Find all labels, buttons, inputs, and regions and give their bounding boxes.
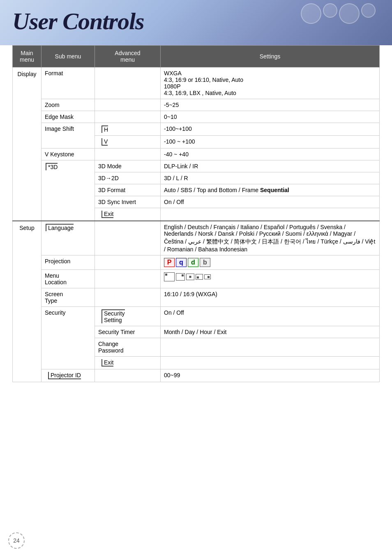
- projection-icons-group: P q d b: [164, 258, 376, 267]
- table-header-row: Mainmenu Sub menu Advancedmenu Settings: [13, 46, 380, 67]
- decorative-circles: [301, 3, 376, 24]
- adv-screen-type: [95, 288, 161, 307]
- proj-icon-b: b: [200, 258, 210, 267]
- ml-dot: [208, 276, 210, 278]
- settings-image-shift-h: -100~+100: [161, 123, 380, 136]
- table-row: V Keystone -40 ~ +40: [13, 149, 380, 160]
- adv-projector-id: [95, 369, 161, 382]
- adv-edge-mask: [95, 111, 161, 123]
- deco-circle-4: [361, 3, 376, 18]
- table-row: Image Shift H -100~+100: [13, 123, 380, 136]
- sub-format: Format: [42, 67, 95, 99]
- settings-3d-sync-invert: On / Off: [161, 196, 380, 208]
- deco-circle-2: [323, 3, 337, 18]
- sub-menu-location: MenuLocation: [42, 270, 95, 288]
- table-row: Security SecuritySetting On / Off: [13, 307, 380, 326]
- sub-projector-id: Projector ID: [42, 369, 95, 382]
- adv-3d-2d: 3D→2D: [95, 172, 161, 184]
- adv-menu-location: [95, 270, 161, 288]
- ml-dot: [165, 274, 167, 276]
- sub-language: Language: [42, 221, 95, 255]
- adv-security-exit: Exit: [95, 357, 161, 369]
- ml-dot: [182, 274, 184, 276]
- adv-3d-format: 3D Format: [95, 184, 161, 196]
- sub-screen-type: ScreenType: [42, 288, 95, 307]
- main-menu-display: Display: [13, 67, 42, 221]
- ml-icon-topright: [176, 273, 185, 281]
- settings-menu-location: [161, 270, 380, 288]
- ml-icon-bottomleft: [196, 274, 203, 280]
- page-number: 24: [8, 532, 25, 549]
- sub-image-shift: Image Shift: [42, 123, 95, 149]
- settings-change-password: [161, 338, 380, 357]
- sub-zoom: Zoom: [42, 99, 95, 111]
- adv-image-shift-v: V: [95, 136, 161, 149]
- sub-v-keystone: V Keystone: [42, 149, 95, 160]
- settings-v-keystone: -40 ~ +40: [161, 149, 380, 160]
- adv-3d-mode: 3D Mode: [95, 160, 161, 172]
- settings-3d-format: Auto / SBS / Top and Bottom / Frame Sequ…: [161, 184, 380, 196]
- adv-change-password: ChangePassword: [95, 338, 161, 357]
- adv-3d-exit: Exit: [95, 208, 161, 221]
- ml-icon-topleft: [164, 272, 175, 281]
- table-row: Projection P q d b: [13, 255, 380, 270]
- ml-dot: [197, 276, 199, 278]
- ml-icon-center: [186, 274, 194, 280]
- adv-language: [95, 221, 161, 255]
- adv-security-timer: Security Timer: [95, 326, 161, 338]
- table-row: ScreenType 16:10 / 16:9 (WXGA): [13, 288, 380, 307]
- table-row: Setup Language English / Deutsch / Franç…: [13, 221, 380, 255]
- main-menu-setup: Setup: [13, 221, 42, 382]
- header: User Controls: [0, 0, 392, 45]
- col-settings: Settings: [161, 46, 380, 67]
- deco-circle-1: [301, 3, 321, 24]
- deco-circle-3: [339, 3, 360, 24]
- adv-zoom: [95, 99, 161, 111]
- settings-edge-mask: 0~10: [161, 111, 380, 123]
- sub-security: Security: [42, 307, 95, 369]
- user-controls-table: Mainmenu Sub menu Advancedmenu Settings …: [12, 45, 380, 382]
- settings-zoom: -5~25: [161, 99, 380, 111]
- adv-format: [95, 67, 161, 99]
- settings-security-timer: Month / Day / Hour / Exit: [161, 326, 380, 338]
- settings-security-exit: [161, 357, 380, 369]
- col-advanced-menu: Advancedmenu: [95, 46, 161, 67]
- proj-icon-p: P: [164, 258, 175, 267]
- menu-location-icons: [164, 272, 376, 281]
- proj-icon-d: d: [188, 258, 198, 267]
- adv-v-keystone: [95, 149, 161, 160]
- ml-dot: [189, 276, 191, 278]
- settings-security-setting: On / Off: [161, 307, 380, 326]
- settings-image-shift-v: -100 ~ +100: [161, 136, 380, 149]
- table-row: Edge Mask 0~10: [13, 111, 380, 123]
- settings-language: English / Deutsch / Français / Italiano …: [161, 221, 380, 255]
- table-row: *3D 3D Mode DLP-Link / IR: [13, 160, 380, 172]
- settings-screen-type: 16:10 / 16:9 (WXGA): [161, 288, 380, 307]
- settings-projector-id: 00~99: [161, 369, 380, 382]
- col-main-menu: Mainmenu: [13, 46, 42, 67]
- col-sub-menu: Sub menu: [42, 46, 95, 67]
- sub-3d: *3D: [42, 160, 95, 221]
- settings-3d-exit: [161, 208, 380, 221]
- page-title: User Controls: [12, 7, 144, 35]
- table-row: Projector ID 00~99: [13, 369, 380, 382]
- settings-format: WXGA 4:3, 16:9 or 16:10, Native, Auto 10…: [161, 67, 380, 99]
- settings-projection: P q d b: [161, 255, 380, 270]
- table-row: Display Format WXGA 4:3, 16:9 or 16:10, …: [13, 67, 380, 99]
- table-row: Zoom -5~25: [13, 99, 380, 111]
- adv-image-shift-h: H: [95, 123, 161, 136]
- adv-projection: [95, 255, 161, 270]
- table-row: MenuLocation: [13, 270, 380, 288]
- proj-icon-9: q: [176, 258, 187, 267]
- sub-projection: Projection: [42, 255, 95, 270]
- settings-3d-mode: DLP-Link / IR: [161, 160, 380, 172]
- adv-3d-sync-invert: 3D Sync Invert: [95, 196, 161, 208]
- sub-edge-mask: Edge Mask: [42, 111, 95, 123]
- settings-3d-2d: 3D / L / R: [161, 172, 380, 184]
- main-content: Mainmenu Sub menu Advancedmenu Settings …: [0, 45, 392, 399]
- adv-security-setting: SecuritySetting: [95, 307, 161, 326]
- ml-icon-bottomright: [204, 274, 211, 279]
